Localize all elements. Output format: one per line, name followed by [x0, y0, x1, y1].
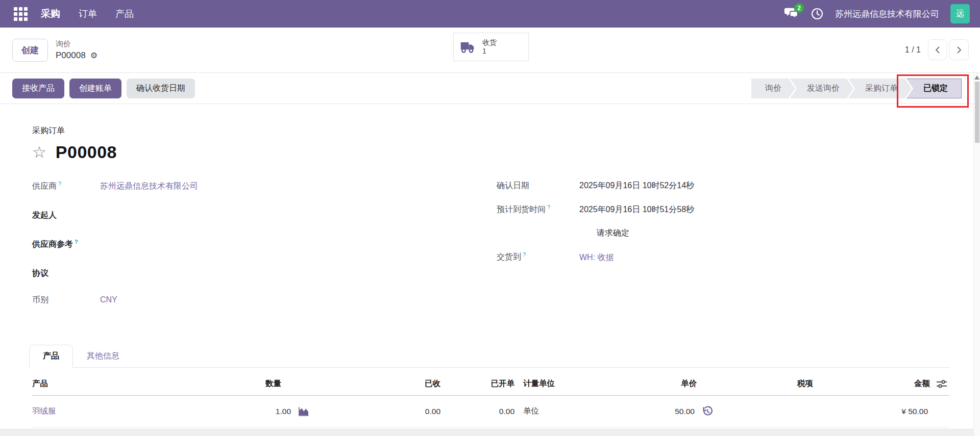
create-button[interactable]: 创建 — [12, 39, 48, 62]
row-received[interactable]: 0.00 — [313, 396, 440, 427]
breadcrumb-current: P00008 — [56, 50, 86, 61]
statusbar: 询价 发送询价 采购订单 已锁定 — [751, 79, 962, 98]
apps-grid-icon — [14, 7, 28, 21]
header-billed: 已开单 — [440, 368, 514, 396]
row-uom[interactable]: 单位 — [514, 396, 601, 427]
activities-button[interactable] — [811, 7, 824, 20]
header-taxes: 税项 — [716, 368, 813, 396]
pager-next-button[interactable] — [949, 39, 969, 60]
control-panel: 创建 询价 P00008 ⚙ 收货 1 1 / 1 — [0, 28, 980, 73]
vendor-reference-value[interactable] — [100, 237, 497, 247]
help-icon: ? — [75, 239, 78, 245]
vendor-label: 供应商 — [32, 182, 57, 190]
stat-button-count: 1 — [482, 47, 497, 56]
field-vendor-reference: 供应商参考? — [32, 237, 497, 250]
messages-button[interactable]: 2 — [784, 7, 799, 20]
table-row[interactable]: 羽绒服 1.00 0.00 0.00 单位 — [32, 396, 949, 427]
create-bill-button[interactable]: 创建账单 — [69, 79, 121, 98]
pager-previous-button[interactable] — [928, 39, 947, 60]
scrollbar-up-arrow-icon[interactable] — [974, 75, 979, 80]
receive-products-button[interactable]: 接收产品 — [12, 79, 64, 98]
notebook-tabs: 产品 其他信息 — [29, 345, 949, 368]
field-deliver-to: 交货到? WH: 收据 — [497, 251, 949, 263]
forecast-chart-icon[interactable] — [298, 406, 310, 417]
header-uom: 计量单位 — [514, 368, 601, 396]
requestor-value[interactable] — [100, 208, 497, 218]
field-confirmation-date: 确认日期 2025年09月16日 10时52分14秒 — [497, 181, 949, 191]
expected-arrival-value[interactable]: 2025年09月16日 10时51分58秒 — [579, 204, 949, 215]
header-quantity: 数量 — [160, 368, 313, 396]
user-avatar[interactable]: 远 — [950, 4, 970, 23]
header-received: 已收 — [313, 368, 440, 396]
nav-menu-products[interactable]: 产品 — [107, 8, 142, 20]
pager: 1 / 1 — [905, 39, 969, 60]
currency-value[interactable]: CNY — [100, 295, 497, 305]
vendor-value[interactable]: 苏州远鼎信息技术有限公司 — [100, 181, 497, 192]
company-switcher[interactable]: 苏州远鼎信息技术有限公司 — [835, 8, 939, 20]
row-quantity[interactable]: 1.00 — [276, 407, 291, 416]
clock-icon — [811, 7, 824, 20]
field-requestor: 发起人 — [32, 208, 497, 221]
action-bar: 接收产品 创建账单 确认收货日期 询价 发送询价 采购订单 已锁定 — [0, 73, 980, 104]
field-vendor: 供应商? 苏州远鼎信息技术有限公司 — [32, 181, 497, 192]
help-icon: ? — [523, 251, 526, 258]
vendor-reference-label: 供应商参考 — [32, 240, 73, 248]
row-taxes[interactable] — [716, 396, 813, 427]
row-unit-price[interactable]: 50.00 — [675, 407, 695, 416]
apps-menu-button[interactable] — [10, 4, 31, 24]
order-lines-table: 产品 数量 已收 已开单 计量单位 单价 税项 金额 — [32, 368, 949, 427]
favorite-star-icon[interactable]: ☆ — [32, 144, 46, 160]
gear-icon[interactable]: ⚙ — [90, 52, 97, 60]
row-product-link[interactable]: 羽绒服 — [32, 406, 56, 415]
scrollbar-thumb[interactable] — [975, 82, 979, 143]
statusbar-step-purchase-order[interactable]: 采购订单 — [848, 79, 912, 98]
confirm-receipt-date-button[interactable]: 确认收货日期 — [127, 79, 195, 98]
statusbar-step-rfq-sent[interactable]: 发送询价 — [790, 79, 853, 98]
form-sheet: 采购订单 ☆ P00008 供应商? 苏州远鼎信息技术有限公司 发起人 供应商参… — [0, 104, 980, 429]
agreement-label: 协议 — [32, 268, 100, 279]
truck-icon — [460, 40, 476, 54]
confirmation-date-label: 确认日期 — [497, 181, 579, 191]
expected-arrival-label: 预计到货时间 — [497, 205, 546, 214]
tab-other-information[interactable]: 其他信息 — [73, 345, 133, 368]
requestor-label: 发起人 — [32, 210, 100, 221]
vertical-scrollbar[interactable] — [973, 73, 980, 436]
breadcrumb: 询价 P00008 ⚙ — [56, 39, 97, 61]
field-ask-confirmation: 请求确定 — [497, 228, 949, 239]
nav-app-purchase[interactable]: 采购 — [33, 7, 68, 20]
help-icon: ? — [547, 204, 550, 210]
agreement-value[interactable] — [100, 266, 497, 276]
header-unit-price: 单价 — [601, 368, 716, 396]
stat-button-label: 收货 — [482, 38, 497, 47]
row-billed[interactable]: 0.00 — [440, 396, 514, 427]
page-bottom-strip — [0, 429, 980, 436]
breadcrumb-parent[interactable]: 询价 — [56, 39, 97, 49]
price-history-icon[interactable] — [701, 405, 713, 417]
deliver-to-value[interactable]: WH: 收据 — [579, 252, 949, 263]
header-amount: 金额 — [914, 378, 930, 389]
pager-value: 1 / 1 — [905, 45, 921, 55]
header-product: 产品 — [32, 368, 160, 396]
tab-products[interactable]: 产品 — [29, 345, 73, 368]
doc-type-label: 采购订单 — [32, 125, 949, 136]
chevron-right-icon — [955, 46, 963, 54]
field-expected-arrival: 预计到货时间? 2025年09月16日 10时51分58秒 — [497, 204, 949, 215]
row-subtotal: ¥ 50.00 — [813, 396, 949, 427]
ask-confirmation-value[interactable]: 请求确定 — [579, 228, 949, 239]
optional-columns-icon[interactable] — [936, 379, 947, 389]
currency-label: 币别 — [32, 295, 100, 305]
document-name: P00008 — [56, 142, 117, 162]
receipt-stat-button[interactable]: 收货 1 — [453, 33, 529, 61]
chevron-left-icon — [934, 46, 941, 54]
statusbar-step-locked[interactable]: 已锁定 — [906, 79, 962, 98]
messages-count-badge: 2 — [794, 3, 804, 13]
statusbar-step-rfq[interactable]: 询价 — [751, 79, 795, 98]
top-navbar: 采购 订单 产品 2 苏州远鼎信息技术有限公司 远 — [0, 0, 980, 28]
help-icon: ? — [58, 181, 61, 187]
deliver-to-label: 交货到 — [497, 253, 521, 262]
field-agreement: 协议 — [32, 266, 497, 279]
nav-menu-orders[interactable]: 订单 — [70, 8, 105, 20]
field-currency: 币别 CNY — [32, 295, 497, 305]
confirmation-date-value: 2025年09月16日 10时52分14秒 — [579, 181, 949, 191]
